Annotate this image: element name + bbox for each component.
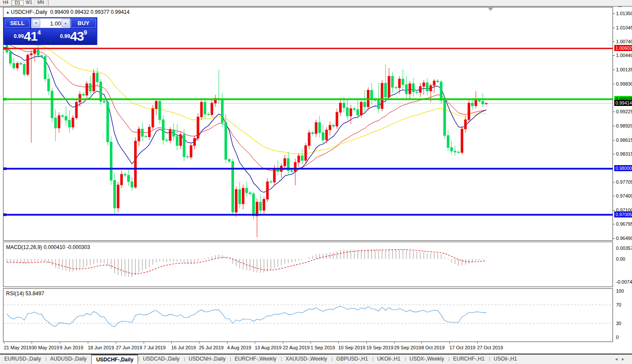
buy-price-display[interactable]: 0.99439: [51, 29, 96, 45]
rsi-chart[interactable]: [3, 289, 613, 342]
tab-scroll-arrows[interactable]: ◂▸: [615, 356, 629, 362]
price-axis[interactable]: 1.013501.010451.007401.004401.001350.998…: [613, 7, 632, 342]
rsi-indicator-pane[interactable]: [3, 288, 613, 342]
date-axis-label: 22 Aug 2019: [283, 345, 310, 350]
buy-price-base: 0.99: [60, 33, 70, 39]
price-axis-label: 0.98920: [616, 123, 632, 128]
trade-controls-row: SELL ▼ ▲ BUY: [4, 18, 97, 29]
date-axis-label: 4 Aug 2019: [227, 345, 251, 350]
price-axis-label: 0.99830: [616, 81, 632, 86]
timeframe-button-w1[interactable]: W1: [23, 0, 35, 6]
macd-axis-label: -0.00749: [616, 279, 632, 284]
date-axis-tick: [88, 342, 88, 344]
chart-tab-ukoil-h1[interactable]: UKOil-,H1: [373, 354, 405, 364]
date-axis-label: 27 Oct 2019: [477, 345, 503, 350]
price-axis-tick: [613, 196, 615, 196]
sell-price-display[interactable]: 0.99414: [4, 29, 50, 45]
price-axis-label: 1.01350: [616, 11, 632, 16]
date-axis-label: 29 Sep 2019: [394, 345, 421, 350]
macd-indicator-pane[interactable]: [3, 242, 613, 287]
date-axis-label: 8 Oct 2019: [421, 345, 445, 350]
date-axis-tick: [283, 342, 283, 344]
date-axis-tick: [60, 342, 60, 344]
price-badge-0.97005: 0.97005: [614, 211, 632, 217]
timeframe-toolbar: H4D1W1MN: [0, 0, 632, 6]
price-axis-label: 0.97400: [616, 193, 632, 198]
timeframe-button-mn[interactable]: MN: [35, 0, 47, 6]
price-axis-tick: [613, 112, 615, 112]
price-axis-label: 1.01045: [616, 25, 632, 30]
chart-tab-eurusd-daily[interactable]: EURUSD-,Daily: [0, 354, 45, 364]
date-axis-tick: [255, 342, 255, 344]
chart-tab-usdcnh-daily[interactable]: USDCNH-,Daily: [184, 354, 230, 364]
date-axis-label: 7 Jul 2019: [144, 345, 166, 350]
price-axis-tick: [613, 55, 615, 56]
timeframe-button-d1[interactable]: D1: [12, 0, 23, 6]
chart-shift-marker-icon[interactable]: [488, 8, 493, 11]
date-axis-label: 9 Jun 2019: [60, 345, 83, 350]
price-axis-label: 0.98315: [616, 151, 632, 156]
date-axis-label: 16 Jul 2019: [171, 345, 196, 350]
price-axis-label: 1.00740: [616, 39, 632, 44]
volume-decrease-icon[interactable]: ▼: [32, 19, 40, 27]
tab-scroll-left-icon[interactable]: ◂: [615, 356, 622, 361]
chart-tab-gbpusd-h1[interactable]: GBPUSD-,H1: [332, 354, 372, 364]
chart-tab-usdcad-daily[interactable]: USDCAD-,Daily: [138, 354, 184, 364]
chart-tab-eurchf-weekly[interactable]: EURCHF-,Weekly: [230, 354, 280, 364]
date-axis-tick: [171, 342, 172, 344]
chart-tab-usdx-weekly[interactable]: USDX-,Weekly: [405, 354, 449, 364]
price-axis-tick: [613, 154, 615, 154]
date-axis-tick: [394, 342, 395, 344]
chart-symbol-label: USDCHF-,Daily: [11, 9, 47, 15]
timeframe-button-h4[interactable]: H4: [0, 0, 12, 6]
date-axis-label: 27 Jun 2019: [116, 345, 142, 350]
price-axis-tick: [613, 182, 615, 182]
chart-marker-icon: ▲: [6, 10, 10, 14]
rsi-axis-label: 70: [616, 302, 621, 307]
date-axis-label: 13 Aug 2019: [255, 345, 282, 350]
date-axis-tick: [477, 342, 478, 344]
rsi-axis-label: 100: [616, 288, 624, 294]
price-badge-0.99414: 0.99414: [614, 100, 632, 106]
macd-axis-label: 0.003574: [616, 246, 632, 251]
date-axis[interactable]: 21 May 201930 May 20199 Jun 201918 Jun 2…: [3, 342, 613, 353]
sell-button[interactable]: SELL: [5, 19, 30, 28]
price-badge-0.98000: 0.98000: [614, 165, 632, 171]
sell-price-fraction: 4: [37, 29, 41, 36]
price-badge-1.00602: 1.00602: [614, 45, 632, 51]
date-axis-label: 1 Sep 2019: [311, 345, 335, 350]
buy-button[interactable]: BUY: [71, 19, 96, 28]
macd-chart[interactable]: [3, 242, 613, 287]
toolbar-separator: [47, 0, 49, 6]
buy-price-pips: 43: [70, 29, 83, 43]
chart-tab-usoil-h1[interactable]: USOil-,H1: [489, 354, 521, 364]
date-axis-tick: [421, 342, 422, 344]
price-axis-tick: [613, 28, 615, 28]
sell-price-pips: 41: [24, 29, 37, 43]
price-axis-tick: [613, 13, 615, 14]
price-axis-label: 0.96795: [616, 221, 632, 227]
chart-tab-audusd-daily[interactable]: AUDUSD-,Daily: [46, 354, 91, 364]
date-axis-label: 21 May 2019: [4, 345, 32, 350]
date-axis-label: 30 May 2019: [32, 345, 59, 350]
date-axis-label: 19 Sep 2019: [366, 345, 393, 350]
price-axis-label: 0.96490: [616, 236, 632, 241]
price-axis-tick: [613, 210, 615, 211]
price-axis-tick: [613, 42, 615, 42]
chart-tab-usdchf-daily[interactable]: USDCHF-,Daily: [91, 354, 138, 364]
price-axis-label: 0.97705: [616, 179, 632, 185]
date-axis-label: 25 Jul 2019: [199, 345, 224, 350]
chart-title: ▲ USDCHF-,Daily 0.99409 0.99432 0.99377 …: [6, 9, 129, 15]
chart-tab-eurchf-h1[interactable]: EURCHF-,H1: [449, 354, 489, 364]
date-axis-tick: [4, 342, 4, 344]
chart-ohlc-values: 0.99409 0.99432 0.99377 0.99414: [50, 9, 130, 15]
volume-increase-icon[interactable]: ▲: [61, 19, 70, 27]
price-axis-tick: [613, 126, 615, 126]
sell-price-base: 0.99: [14, 33, 24, 39]
tab-scroll-right-icon[interactable]: ▸: [622, 356, 629, 361]
rsi-label: RSI(14) 53.8497: [6, 291, 44, 297]
date-axis-label: 10 Sep 2019: [338, 345, 365, 350]
chart-tab-xauusd-weekly[interactable]: XAUUSD-,Weekly: [281, 354, 331, 364]
volume-input[interactable]: [41, 19, 61, 28]
macd-label: MACD(12,26,9) 0.000410 -0.000303: [6, 244, 90, 250]
